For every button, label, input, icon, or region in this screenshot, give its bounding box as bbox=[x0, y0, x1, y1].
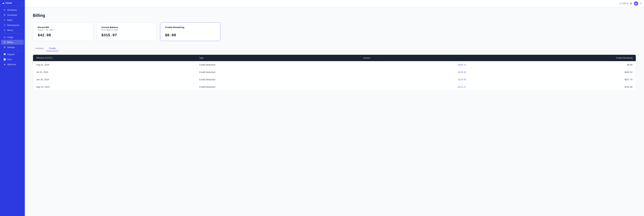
timezone-label: UTC bbox=[622, 2, 626, 5]
batch-icon: ≡ bbox=[3, 19, 6, 21]
table-header: Effective At (UTC) Type Amount Credits R… bbox=[33, 55, 636, 61]
recent-bill-value: $42.88 bbox=[38, 33, 88, 37]
sidebar-item-label: Settings bbox=[7, 46, 15, 49]
table-row: Jul 31, 2024 Credit Deduction -$245.48 $… bbox=[33, 68, 636, 76]
namespaces-icon: ⬡ bbox=[3, 24, 6, 26]
table-row: Jun 30, 2024 Credit Deduction -$224.68 $… bbox=[33, 76, 636, 83]
credits-remaining-subtitle bbox=[165, 29, 216, 31]
clock-icon: 🕐 bbox=[619, 2, 622, 5]
sidebar-nav: ⟳ Workflows 🗓 Schedules ≡ Batch ⬡ Namesp… bbox=[0, 6, 25, 216]
sidebar-item-label: Docs bbox=[7, 58, 12, 61]
sidebar: ☁ Cloud ‹ ⟳ Workflows 🗓 Schedules ≡ Batc… bbox=[0, 0, 25, 216]
cell-credits-remaining: $282.22 bbox=[470, 68, 636, 76]
cell-credits-remaining: $752.38 bbox=[470, 83, 636, 91]
billing-icon: ☰ bbox=[3, 41, 6, 44]
table-body: Aug 31, 2024 Credit Deduction -$282.22 $… bbox=[33, 61, 636, 90]
sidebar-divider-1 bbox=[2, 34, 23, 34]
credits-remaining-card: Credits Remaining $0.00 bbox=[160, 23, 220, 41]
sidebar-logo[interactable]: ☁ Cloud bbox=[2, 2, 12, 4]
col-credits-remaining: Credits Remaining bbox=[470, 55, 636, 61]
cell-effective-at: Jun 30, 2024 bbox=[33, 76, 196, 83]
cell-effective-at: Jul 31, 2024 bbox=[33, 68, 196, 76]
sidebar-divider-2 bbox=[2, 51, 23, 51]
sidebar-collapse-button[interactable]: ‹ bbox=[22, 2, 23, 4]
cloud-icon: ☁ bbox=[2, 2, 4, 4]
sidebar-item-schedules[interactable]: 🗓 Schedules bbox=[1, 13, 24, 18]
sidebar-item-label: Nexus bbox=[7, 29, 13, 31]
cell-amount: -$245.48 bbox=[360, 68, 470, 76]
sidebar-item-billing[interactable]: ☰ Billing bbox=[1, 40, 24, 45]
current-balance-subtitle: As of Sept 19, 2024 bbox=[101, 29, 152, 31]
schedules-icon: 🗓 bbox=[3, 14, 6, 16]
col-amount: Amount bbox=[360, 55, 470, 61]
sidebar-logo-label: Cloud bbox=[6, 2, 12, 4]
settings-icon: ⚙ bbox=[3, 46, 6, 49]
summary-cards: Recent Bill Aug 01 – 31, 2024 $42.88 Cur… bbox=[33, 23, 636, 41]
cell-amount: -$121.17 bbox=[360, 83, 470, 91]
cell-credits-remaining: $527.70 bbox=[470, 76, 636, 83]
sidebar-item-label: Usage bbox=[7, 36, 13, 38]
sidebar-item-label: Welcome bbox=[7, 63, 16, 66]
cell-type: Credit Deduction bbox=[196, 68, 360, 76]
cell-type: Credit Deduction bbox=[196, 61, 360, 68]
sidebar-item-welcome[interactable]: ★ Welcome bbox=[1, 62, 24, 67]
user-menu-chevron[interactable]: ▾ bbox=[640, 2, 641, 5]
sidebar-item-label: Schedules bbox=[7, 14, 17, 16]
sidebar-item-docs[interactable]: 📄 Docs bbox=[1, 57, 24, 62]
tab-credits[interactable]: Credits bbox=[46, 46, 58, 51]
sidebar-item-support[interactable]: 💬 Support bbox=[1, 52, 24, 57]
recent-bill-card: Recent Bill Aug 01 – 31, 2024 $42.88 bbox=[33, 23, 93, 41]
cell-amount: -$282.22 bbox=[360, 61, 470, 68]
current-balance-value: $315.97 bbox=[101, 33, 152, 37]
sidebar-item-label: Support bbox=[7, 53, 14, 56]
sidebar-item-label: Workflows bbox=[7, 9, 17, 11]
billing-tabs: Invoices Credits bbox=[33, 46, 636, 51]
credits-remaining-value: $0.00 bbox=[165, 33, 216, 37]
docs-icon: 📄 bbox=[3, 58, 6, 61]
sidebar-item-usage[interactable]: ◎ Usage bbox=[1, 35, 24, 40]
cell-effective-at: May 31, 2024 bbox=[33, 83, 196, 91]
table-row: Aug 31, 2024 Credit Deduction -$282.22 $… bbox=[33, 61, 636, 68]
grid-icon[interactable]: ⊞ bbox=[630, 2, 632, 5]
sidebar-item-nexus[interactable]: ✳ Nexus bbox=[1, 28, 24, 33]
credits-table-container: Effective At (UTC) Type Amount Credits R… bbox=[33, 55, 636, 91]
cell-type: Credit Deduction bbox=[196, 76, 360, 83]
main-content: 🕐 UTC ▾ ⊞ U ▾ Billing Recent Bill Aug 01… bbox=[25, 0, 644, 216]
sidebar-item-namespaces[interactable]: ⬡ Namespaces bbox=[1, 23, 24, 28]
sidebar-item-label: Namespaces bbox=[7, 24, 20, 26]
page-content-area: Billing Recent Bill Aug 01 – 31, 2024 $4… bbox=[25, 7, 644, 216]
page-title: Billing bbox=[33, 13, 636, 18]
table-row: May 31, 2024 Credit Deduction -$121.17 $… bbox=[33, 83, 636, 91]
credits-remaining-title: Credits Remaining bbox=[165, 26, 216, 29]
cell-amount: -$224.68 bbox=[360, 76, 470, 83]
current-balance-card: Current Balance As of Sept 19, 2024 $315… bbox=[96, 23, 157, 41]
usage-icon: ◎ bbox=[3, 36, 6, 38]
sidebar-item-workflows[interactable]: ⟳ Workflows bbox=[1, 8, 24, 13]
tab-invoices[interactable]: Invoices bbox=[33, 46, 46, 51]
recent-bill-title: Recent Bill bbox=[38, 26, 88, 29]
timezone-chevron-icon: ▾ bbox=[627, 2, 628, 5]
workflows-icon: ⟳ bbox=[3, 9, 6, 11]
col-type: Type bbox=[196, 55, 360, 61]
sidebar-header: ☁ Cloud ‹ bbox=[0, 0, 25, 6]
sidebar-item-batch[interactable]: ≡ Batch bbox=[1, 18, 24, 23]
timezone-selector[interactable]: 🕐 UTC ▾ bbox=[619, 2, 628, 5]
sidebar-item-settings[interactable]: ⚙ Settings bbox=[1, 45, 24, 50]
user-avatar[interactable]: U bbox=[634, 1, 638, 6]
sidebar-item-label: Batch bbox=[7, 19, 12, 21]
recent-bill-subtitle: Aug 01 – 31, 2024 bbox=[38, 29, 88, 31]
current-balance-title: Current Balance bbox=[101, 26, 152, 29]
sidebar-item-label: Billing bbox=[7, 41, 13, 44]
cell-credits-remaining: $0.00 bbox=[470, 61, 636, 68]
nexus-icon: ✳ bbox=[3, 29, 6, 31]
cell-type: Credit Deduction bbox=[196, 83, 360, 91]
cell-effective-at: Aug 31, 2024 bbox=[33, 61, 196, 68]
topbar: 🕐 UTC ▾ ⊞ U ▾ bbox=[25, 0, 644, 7]
welcome-icon: ★ bbox=[3, 63, 6, 66]
credits-table: Effective At (UTC) Type Amount Credits R… bbox=[33, 55, 636, 90]
support-icon: 💬 bbox=[3, 53, 6, 56]
col-effective-at: Effective At (UTC) bbox=[33, 55, 196, 61]
